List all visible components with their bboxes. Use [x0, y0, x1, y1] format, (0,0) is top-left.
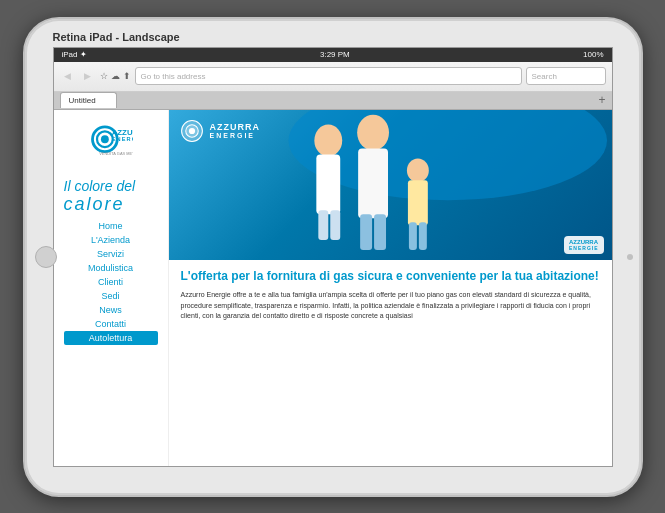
nav-contatti[interactable]: Contatti: [64, 317, 158, 331]
tabs-bar: Untitled +: [54, 92, 612, 110]
status-left: iPad ✦: [62, 50, 87, 59]
hero-image: AZZURRA ENERGIE: [169, 110, 612, 260]
text-section: L'offerta per la fornitura di gas sicura…: [169, 260, 612, 330]
svg-rect-20: [408, 222, 416, 250]
browser-tab[interactable]: Untitled: [60, 92, 117, 108]
nav-azienda[interactable]: L'Azienda: [64, 233, 158, 247]
svg-text:VENDITA GAS METANO: VENDITA GAS METANO: [99, 150, 133, 155]
status-bar: iPad ✦ 3:29 PM 100%: [54, 48, 612, 62]
hero-logo-azzurra: AZZURRA: [210, 122, 261, 132]
address-bar[interactable]: Go to this address: [135, 67, 522, 85]
hero-badge: AZZURRA ENERGIE: [564, 236, 604, 254]
badge-line2: ENERGIE: [569, 245, 599, 251]
ipad-status: iPad ✦: [62, 50, 87, 59]
svg-point-14: [357, 114, 389, 150]
browser-icons: ☆ ☁ ⬆: [100, 71, 131, 81]
offer-body: Azzurro Energie offre a te e alla tua fa…: [181, 290, 600, 322]
home-button[interactable]: [35, 246, 57, 268]
nav-autolettura[interactable]: Autolettura: [64, 331, 158, 345]
webpage: AZZURRA ENERGIE VENDITA GAS METANO Il co…: [54, 110, 612, 467]
address-text: Go to this address: [141, 72, 206, 81]
new-tab-button[interactable]: +: [598, 93, 605, 107]
nav-servizi[interactable]: Servizi: [64, 247, 158, 261]
hero-logo-text: AZZURRA ENERGIE: [210, 122, 261, 139]
hero-logo: AZZURRA ENERGIE: [179, 118, 261, 144]
tab-title: Untitled: [69, 96, 96, 105]
logo-area: AZZURRA ENERGIE VENDITA GAS METANO: [88, 122, 133, 166]
svg-rect-12: [318, 210, 328, 240]
search-text: Search: [532, 72, 557, 81]
sidebar: AZZURRA ENERGIE VENDITA GAS METANO Il co…: [54, 110, 169, 467]
svg-point-2: [101, 135, 109, 143]
status-time: 3:29 PM: [320, 50, 350, 59]
nav-modulistica[interactable]: Modulistica: [64, 261, 158, 275]
nav-home[interactable]: Home: [64, 219, 158, 233]
badge-line1: AZZURRA: [569, 239, 599, 245]
browser-bar: ◀ ▶ ☆ ☁ ⬆ Go to this address Search: [54, 62, 612, 92]
share-icon[interactable]: ⬆: [123, 71, 131, 81]
nav-menu: Home L'Azienda Servizi Modulistica Clien…: [64, 219, 158, 345]
ipad-screen: iPad ✦ 3:29 PM 100% ◀ ▶ ☆ ☁ ⬆ Go to this…: [53, 47, 613, 467]
status-right: 100%: [583, 50, 603, 59]
back-button[interactable]: ◀: [60, 68, 76, 84]
device-frame: Retina iPad - Landscape iPad ✦ 3:29 PM 1…: [23, 17, 643, 497]
svg-rect-19: [407, 180, 427, 225]
svg-rect-13: [330, 210, 340, 240]
svg-rect-21: [418, 222, 426, 250]
cloud-icon[interactable]: ☁: [111, 71, 120, 81]
svg-point-10: [314, 124, 342, 156]
slogan-area: Il colore del calore: [64, 178, 136, 215]
hero-logo-icon: [179, 118, 205, 144]
svg-rect-17: [374, 214, 386, 250]
svg-rect-16: [360, 214, 372, 250]
svg-rect-15: [358, 148, 388, 218]
svg-text:ENERGIE: ENERGIE: [112, 136, 133, 142]
side-button: [627, 254, 633, 260]
nav-news[interactable]: News: [64, 303, 158, 317]
hero-logo-energie: ENERGIE: [210, 132, 261, 139]
offer-title: L'offerta per la fornitura di gas sicura…: [181, 268, 600, 285]
svg-text:AZZURRA: AZZURRA: [112, 127, 133, 136]
slogan-calore: calore: [64, 194, 136, 215]
svg-rect-11: [316, 154, 340, 214]
slogan-il: Il colore del: [64, 178, 136, 194]
svg-point-18: [406, 158, 428, 182]
svg-point-8: [188, 127, 194, 133]
nav-sedi[interactable]: Sedi: [64, 289, 158, 303]
nav-clienti[interactable]: Clienti: [64, 275, 158, 289]
search-bar[interactable]: Search: [526, 67, 606, 85]
device-label: Retina iPad - Landscape: [53, 31, 180, 43]
main-content: AZZURRA ENERGIE: [169, 110, 612, 467]
azzurra-logo-svg: AZZURRA ENERGIE VENDITA GAS METANO: [88, 122, 133, 162]
forward-button[interactable]: ▶: [80, 68, 96, 84]
bookmark-icon[interactable]: ☆: [100, 71, 108, 81]
battery-status: 100%: [583, 50, 603, 59]
